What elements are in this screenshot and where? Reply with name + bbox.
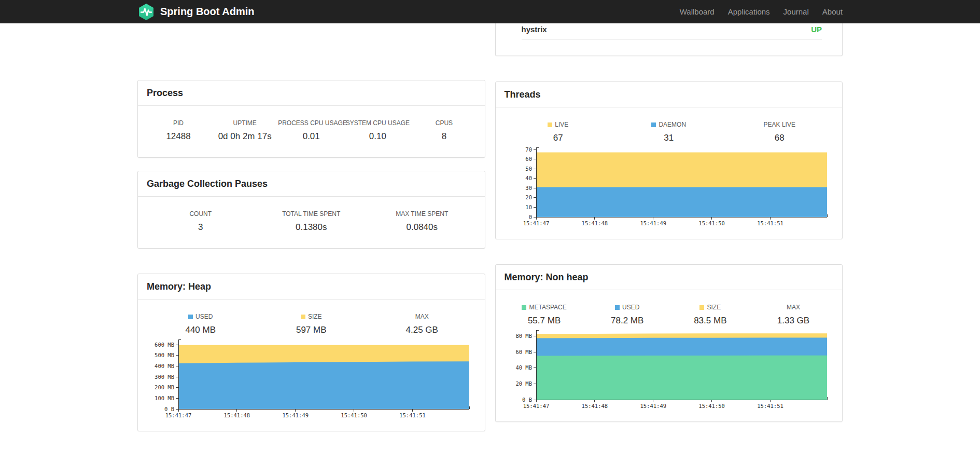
stat-label: UPTIME [212, 119, 278, 127]
stat-value: 55.7 MB [503, 316, 586, 326]
stat-value: 83.5 MB [669, 316, 752, 326]
nav-item-about[interactable]: About [816, 0, 843, 23]
stat-label: DAEMON [613, 121, 724, 128]
stat-value: 0d 0h 2m 17s [212, 131, 278, 142]
stat-label: SYSTEM CPU USAGE [344, 119, 411, 127]
svg-text:0: 0 [528, 214, 531, 220]
brand[interactable]: Spring Boot Admin [137, 3, 254, 21]
legend-swatch-used [615, 305, 620, 310]
svg-text:15:41:47: 15:41:47 [523, 220, 549, 226]
stat-label: MAX [752, 304, 835, 311]
stat-value: 12488 [145, 131, 212, 142]
threads-stats: LIVE 67 DAEMON 31 PEAK LIVE 68 [496, 121, 843, 143]
status-badge: UP [811, 25, 822, 34]
svg-text:15:41:48: 15:41:48 [581, 403, 608, 409]
svg-text:15:41:49: 15:41:49 [640, 220, 666, 226]
svg-text:0 B: 0 B [164, 406, 174, 412]
stat-threads-peak: PEAK LIVE 68 [724, 121, 835, 143]
stat-label: MAX TIME SPENT [367, 210, 478, 217]
svg-text:15:41:51: 15:41:51 [757, 403, 783, 409]
stat-value: 0.0840s [367, 222, 478, 233]
stat-value: 68 [724, 133, 835, 143]
stat-pid: PID 12488 [145, 119, 212, 142]
right-column: hystrix UP Threads LIVE 67 DAEMON 31 [495, 23, 843, 422]
nav-menu: Wallboard Applications Journal About [673, 0, 843, 23]
legend-swatch-size [301, 315, 305, 319]
svg-text:15:41:48: 15:41:48 [224, 412, 250, 418]
stat-value: 67 [503, 133, 614, 143]
stat-value: 78.2 MB [586, 316, 669, 326]
svg-text:60: 60 [525, 156, 532, 162]
stat-nonheap-max: MAX 1.33 GB [752, 304, 835, 326]
svg-text:10: 10 [525, 204, 532, 210]
svg-text:0 B: 0 B [522, 397, 532, 403]
stat-value: 31 [613, 133, 724, 143]
svg-text:60 MB: 60 MB [515, 349, 532, 355]
svg-text:15:41:49: 15:41:49 [640, 403, 666, 409]
threads-card: Threads LIVE 67 DAEMON 31 PEAK LIVE 68 [495, 81, 843, 239]
legend-swatch-daemon [651, 122, 656, 127]
nav-item-wallboard[interactable]: Wallboard [673, 0, 721, 23]
stat-value: 597 MB [256, 325, 367, 335]
stat-label: PROCESS CPU USAGE [278, 119, 344, 127]
process-stats: PID 12488 UPTIME 0d 0h 2m 17s PROCESS CP… [138, 119, 485, 142]
stat-value: 4.25 GB [367, 325, 478, 335]
navbar: Spring Boot Admin Wallboard Applications… [0, 0, 980, 23]
stat-value: 0.1380s [256, 222, 367, 233]
svg-text:400 MB: 400 MB [155, 363, 174, 369]
stat-value: 0.10 [344, 131, 411, 142]
threads-chart: 01020304050607015:41:4715:41:4815:41:491… [496, 145, 843, 227]
svg-text:15:41:50: 15:41:50 [341, 412, 367, 418]
stat-label: USED [145, 313, 256, 320]
stat-label: TOTAL TIME SPENT [256, 210, 367, 217]
memory-heap-chart: 0 B100 MB200 MB300 MB400 MB500 MB600 MB1… [138, 337, 485, 419]
brand-logo-icon [137, 3, 155, 21]
stat-threads-live: LIVE 67 [503, 121, 614, 143]
svg-text:15:41:50: 15:41:50 [698, 403, 725, 409]
memory-nonheap-chart: 0 B20 MB40 MB60 MB80 MB15:41:4715:41:481… [496, 328, 843, 410]
legend-swatch-used [188, 315, 193, 319]
memory-nonheap-card: Memory: Non heap METASPACE 55.7 MB USED … [495, 264, 843, 422]
gc-card: Garbage Collection Pauses COUNT 3 TOTAL … [137, 171, 485, 249]
svg-text:70: 70 [525, 146, 532, 153]
nav-item-applications[interactable]: Applications [721, 0, 777, 23]
stat-heap-size: SIZE 597 MB [256, 313, 367, 335]
gc-card-title: Garbage Collection Pauses [138, 171, 485, 197]
legend-swatch-size [699, 305, 704, 310]
memory-heap-card: Memory: Heap USED 440 MB SIZE 597 MB MAX… [137, 274, 485, 431]
stat-value: 1.33 GB [752, 316, 835, 326]
stat-value: 3 [145, 222, 256, 233]
stat-label: USED [586, 304, 669, 311]
stat-label: CPUS [411, 119, 477, 127]
stat-label: MAX [367, 313, 478, 320]
svg-text:15:41:48: 15:41:48 [581, 220, 608, 226]
svg-text:100 MB: 100 MB [155, 395, 174, 401]
svg-text:15:41:50: 15:41:50 [698, 220, 725, 226]
nav-item-journal[interactable]: Journal [777, 0, 816, 23]
nonheap-stats: METASPACE 55.7 MB USED 78.2 MB SIZE 83.5… [496, 304, 843, 326]
stat-label: LIVE [503, 121, 614, 128]
stat-nonheap-size: SIZE 83.5 MB [669, 304, 752, 326]
stat-heap-used: USED 440 MB [145, 313, 256, 335]
stat-nonheap-metaspace: METASPACE 55.7 MB [503, 304, 586, 326]
stat-gc-max: MAX TIME SPENT 0.0840s [367, 210, 478, 233]
stat-process-cpu: PROCESS CPU USAGE 0.01 [278, 119, 344, 142]
svg-text:200 MB: 200 MB [155, 384, 174, 390]
stat-heap-max: MAX 4.25 GB [367, 313, 478, 335]
dashboard-content: Process PID 12488 UPTIME 0d 0h 2m 17s PR… [133, 23, 847, 431]
svg-text:15:41:47: 15:41:47 [165, 412, 192, 418]
application-status-row[interactable]: hystrix UP [522, 23, 822, 39]
stat-value: 8 [411, 131, 477, 142]
svg-text:80 MB: 80 MB [515, 333, 532, 339]
svg-text:15:41:49: 15:41:49 [282, 412, 309, 418]
svg-text:15:41:51: 15:41:51 [757, 220, 783, 226]
application-name[interactable]: hystrix [522, 25, 547, 34]
process-card-title: Process [138, 80, 485, 106]
stat-uptime: UPTIME 0d 0h 2m 17s [212, 119, 278, 142]
process-card: Process PID 12488 UPTIME 0d 0h 2m 17s PR… [137, 80, 485, 158]
svg-text:30: 30 [525, 185, 532, 191]
stat-nonheap-used: USED 78.2 MB [586, 304, 669, 326]
stat-gc-count: COUNT 3 [145, 210, 256, 233]
left-column: Process PID 12488 UPTIME 0d 0h 2m 17s PR… [137, 23, 485, 431]
stat-label: METASPACE [503, 304, 586, 311]
